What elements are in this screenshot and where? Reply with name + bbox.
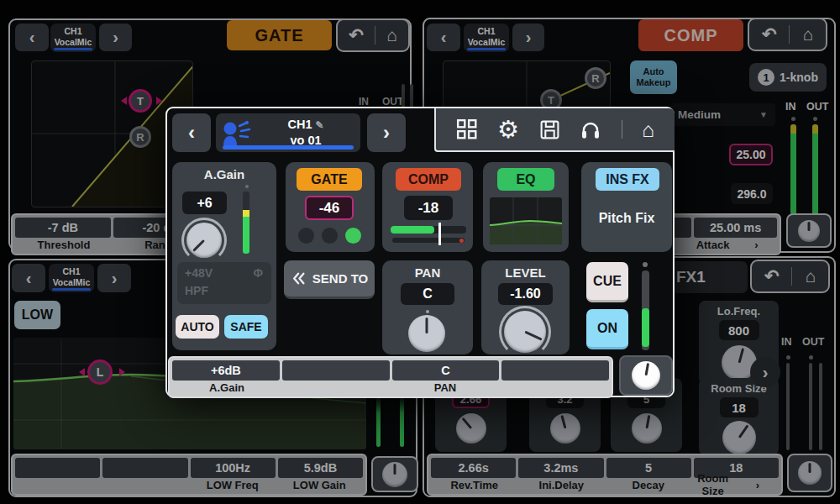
- channel-select-button[interactable]: CH1 VocalMic: [49, 264, 94, 292]
- again-knob[interactable]: [186, 223, 222, 258]
- knob-assign-button[interactable]: [786, 213, 832, 248]
- channel-name-button[interactable]: CH1 ✎ vo 01: [216, 113, 360, 152]
- one-icon: 1: [758, 69, 774, 86]
- param-cell[interactable]: 5: [606, 458, 691, 478]
- in-meter: [376, 395, 381, 447]
- insfx-section[interactable]: INS FX Pitch Fix: [581, 162, 672, 252]
- auto-button[interactable]: AUTO: [176, 315, 219, 339]
- prev-channel-button[interactable]: ‹: [427, 24, 460, 51]
- channel-select-button[interactable]: CH1 VocalMic: [50, 24, 96, 52]
- channel-subname: VocalMic: [50, 37, 96, 48]
- assign-cell[interactable]: [282, 360, 390, 381]
- param-label: Threshold: [15, 239, 113, 251]
- undo-icon[interactable]: ↶: [349, 25, 364, 45]
- out-meter: [812, 124, 818, 215]
- gate-title-button[interactable]: GATE: [227, 20, 332, 50]
- param-cell[interactable]: 2.66s: [431, 458, 516, 478]
- cue-button[interactable]: CUE: [586, 262, 628, 302]
- gear-icon[interactable]: ⚙: [497, 118, 519, 142]
- release-value-box[interactable]: 296.0: [731, 183, 773, 204]
- param-cell[interactable]: -7 dB: [15, 218, 111, 238]
- revtime-knob[interactable]: [456, 413, 486, 444]
- next-channel-button[interactable]: ›: [97, 264, 131, 292]
- channel-select-button[interactable]: CH1 VocalMic: [464, 24, 509, 52]
- assign-cell[interactable]: [501, 360, 609, 381]
- gate-section[interactable]: GATE -46: [286, 162, 375, 252]
- comp-value-box[interactable]: -18: [404, 196, 453, 220]
- param-cell[interactable]: 100Hz: [191, 458, 276, 478]
- type-dropdown[interactable]: Medium ▼: [670, 103, 775, 126]
- prev-channel-button[interactable]: ‹: [12, 264, 45, 292]
- in-meter-label: IN: [359, 96, 369, 108]
- channel-meter: [642, 270, 649, 350]
- threshold-handle[interactable]: T: [129, 89, 152, 113]
- home-icon[interactable]: ⌂: [386, 25, 397, 45]
- home-icon[interactable]: ⌂: [805, 266, 816, 286]
- pan-knob[interactable]: [408, 315, 445, 352]
- overview-grid-icon[interactable]: [456, 118, 478, 140]
- undo-icon[interactable]: ↶: [764, 266, 780, 286]
- attack-value-box[interactable]: 25.00: [729, 144, 773, 165]
- next-channel-button[interactable]: ›: [99, 24, 132, 51]
- knob-assign-button[interactable]: [787, 454, 832, 492]
- pan-title: PAN: [382, 265, 473, 280]
- pan-section[interactable]: PAN C: [382, 260, 473, 354]
- ratio-handle[interactable]: R: [585, 67, 606, 89]
- eq-chip[interactable]: EQ: [497, 168, 554, 191]
- undo-icon[interactable]: ↶: [762, 24, 777, 45]
- next-channel-button[interactable]: ›: [512, 24, 544, 51]
- param-cell[interactable]: 5.9dB: [278, 458, 363, 478]
- assign-cell[interactable]: +6dB: [172, 360, 280, 381]
- low-band-handle[interactable]: L: [87, 360, 113, 385]
- param-title: Lo.Freq.: [699, 305, 779, 318]
- channel-name: CH1: [50, 26, 96, 37]
- knob-assign-button[interactable]: [371, 456, 418, 492]
- channel-name: CH1: [287, 118, 312, 131]
- one-knob-button[interactable]: 1 1-knob: [749, 63, 827, 92]
- send-to-button[interactable]: SEND TO: [284, 260, 375, 299]
- roomsize-knob[interactable]: [722, 421, 756, 454]
- param-cell[interactable]: [15, 458, 100, 478]
- gate-chip[interactable]: GATE: [297, 168, 362, 191]
- auto-makeup-button[interactable]: Auto Makeup: [630, 60, 677, 94]
- in-meter: [790, 124, 796, 215]
- low-band-button[interactable]: LOW: [14, 301, 60, 329]
- prev-channel-button[interactable]: ‹: [172, 113, 211, 152]
- save-icon[interactable]: [539, 119, 560, 140]
- next-channel-button[interactable]: ›: [367, 113, 406, 152]
- param-cell[interactable]: [102, 458, 187, 478]
- level-section[interactable]: LEVEL -1.60: [481, 260, 570, 354]
- comp-threshold-marker: [438, 223, 441, 245]
- out-meter-l: [809, 363, 812, 450]
- level-knob[interactable]: [504, 311, 546, 353]
- home-icon[interactable]: ⌂: [642, 119, 654, 140]
- comp-title-button[interactable]: COMP: [638, 19, 743, 51]
- assign-cell[interactable]: C: [392, 360, 500, 381]
- edit-icon[interactable]: ✎: [315, 119, 323, 131]
- param-cell[interactable]: 25.00 ms: [694, 218, 777, 238]
- eq-section[interactable]: EQ: [483, 162, 569, 252]
- insfx-chip[interactable]: INS FX: [596, 168, 659, 191]
- pan-value-box[interactable]: C: [401, 283, 454, 305]
- inidelay-knob[interactable]: [550, 413, 580, 444]
- safe-button[interactable]: SAFE: [224, 315, 268, 339]
- comp-section[interactable]: COMP -18: [382, 162, 473, 252]
- headphones-icon[interactable]: [580, 119, 601, 139]
- prev-channel-button[interactable]: ‹: [15, 24, 49, 51]
- handle-arrow-left-icon: [79, 368, 85, 376]
- next-page-button[interactable]: ›: [750, 357, 780, 387]
- knob-assign-button[interactable]: [619, 355, 673, 396]
- param-cell[interactable]: 3.2ms: [518, 458, 603, 478]
- level-value-box[interactable]: -1.60: [498, 283, 553, 305]
- home-icon[interactable]: ⌂: [802, 24, 813, 45]
- lofreq-value-box[interactable]: 800: [719, 320, 759, 340]
- decay-knob[interactable]: [632, 413, 662, 444]
- comp-chip[interactable]: COMP: [396, 168, 461, 191]
- gate-led-off: [322, 228, 338, 244]
- chevron-right-icon: ›: [112, 269, 118, 288]
- gate-threshold-box[interactable]: -46: [305, 196, 354, 220]
- range-handle[interactable]: R: [129, 126, 151, 148]
- roomsize-value-box[interactable]: 18: [720, 397, 759, 417]
- again-value-box[interactable]: +6: [182, 192, 227, 214]
- on-button[interactable]: ON: [586, 309, 628, 349]
